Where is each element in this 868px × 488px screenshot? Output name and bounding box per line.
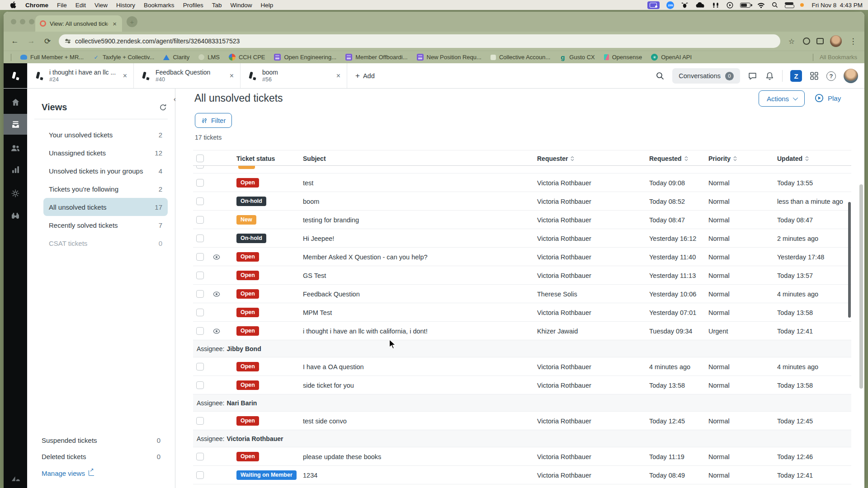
airpods-icon[interactable]: [712, 2, 720, 8]
bookmark-item[interactable]: Open Engineering...: [274, 54, 336, 61]
bookmark-item[interactable]: New Position Requ...: [417, 54, 481, 61]
menu-item-bookmarks[interactable]: Bookmarks: [144, 2, 175, 9]
admin-gear-icon[interactable]: [4, 189, 27, 198]
row-checkbox[interactable]: [196, 290, 204, 298]
apple-logo-icon[interactable]: [10, 1, 16, 9]
actions-button[interactable]: Actions: [759, 90, 805, 107]
bookmark-item[interactable]: ✓Taxfyle + Collectiv...: [93, 54, 154, 61]
menu-item-window[interactable]: Window: [230, 2, 252, 9]
ticket-row[interactable]: OpenMPM TestVictoria RothbauerYesterday …: [193, 303, 851, 322]
add-ticket-tab-button[interactable]: + Add: [347, 63, 383, 88]
row-checkbox[interactable]: [196, 363, 204, 371]
conversations-button[interactable]: Conversations 0: [672, 68, 740, 84]
ticket-row[interactable]: OpentestVictoria RothbauerToday 09:08Nor…: [193, 174, 851, 192]
wifi-icon[interactable]: [757, 2, 765, 8]
address-bar[interactable]: collective5900.zendesk.com/agent/filters…: [59, 34, 780, 48]
all-bookmarks-label[interactable]: All Bookmarks: [820, 54, 857, 61]
close-window-icon[interactable]: [11, 19, 16, 24]
spotlight-search-icon[interactable]: [772, 2, 778, 8]
manage-views-link[interactable]: Manage views: [34, 465, 168, 482]
sidebar-view-item[interactable]: Unassigned tickets12: [43, 144, 168, 162]
page-scrollbar[interactable]: [859, 184, 863, 389]
back-button[interactable]: ←: [10, 37, 20, 46]
new-tab-button[interactable]: +: [127, 16, 137, 27]
ticket-tab[interactable]: i thought i have an llc ...#24×: [27, 63, 134, 88]
row-checkbox[interactable]: [196, 253, 204, 261]
ticket-row[interactable]: Waiting on Member1234Victoria RothbauerT…: [193, 466, 851, 484]
recording-dot[interactable]: [800, 3, 804, 7]
menu-item-edit[interactable]: Edit: [75, 2, 86, 9]
play-button[interactable]: Play: [815, 94, 841, 103]
sidebar-view-item[interactable]: All unsolved tickets17: [43, 198, 168, 216]
search-views-icon[interactable]: [4, 211, 27, 221]
bookmark-item[interactable]: Member Offboardi...: [345, 54, 407, 61]
row-checkbox[interactable]: [196, 327, 204, 335]
row-checkbox[interactable]: [196, 471, 204, 479]
bookmark-item[interactable]: OpenAI API: [651, 54, 692, 61]
tab-close-icon[interactable]: ×: [112, 20, 118, 28]
bookmark-item[interactable]: LMS: [198, 54, 220, 61]
home-icon[interactable]: [4, 98, 27, 107]
browser-profile-avatar[interactable]: [830, 35, 842, 47]
ticket-row[interactable]: OpenFeedback QuestionTherese SolisYester…: [193, 285, 851, 303]
select-all-checkbox[interactable]: [196, 155, 204, 162]
ticket-row[interactable]: On-holdboomVictoria RothbauerToday 08:52…: [193, 192, 851, 211]
refresh-views-icon[interactable]: [159, 103, 167, 111]
menu-item-history[interactable]: History: [116, 2, 135, 9]
ticket-row[interactable]: OpenGS TestVictoria RothbauerYesterday 1…: [193, 266, 851, 285]
column-requester[interactable]: Requester: [537, 150, 574, 166]
browser-menu-icon[interactable]: ⋮: [848, 37, 858, 46]
ticket-row[interactable]: On-holdHi Jeepee!Victoria RothbauerYeste…: [193, 229, 851, 248]
side-panel-icon[interactable]: [816, 38, 824, 44]
sidebar-view-item[interactable]: Recently solved tickets7: [43, 216, 168, 234]
bookmark-item[interactable]: CCH CPE: [229, 54, 265, 61]
all-bookmarks[interactable]: All Bookmarks: [813, 54, 857, 61]
sidebar-view-item[interactable]: CSAT tickets0: [43, 234, 168, 252]
bee-icon[interactable]: [681, 2, 689, 8]
help-icon[interactable]: ?: [826, 71, 836, 81]
reporting-icon[interactable]: [4, 165, 27, 174]
sidebar-view-item[interactable]: Your unsolved tickets2: [43, 126, 168, 144]
apps-grid-icon[interactable]: [810, 71, 819, 80]
column-priority[interactable]: Priority: [708, 150, 737, 166]
menu-item-help[interactable]: Help: [260, 2, 273, 9]
user-avatar[interactable]: [844, 69, 858, 83]
row-checkbox[interactable]: [196, 216, 204, 224]
zendesk-products-icon[interactable]: Z: [790, 70, 802, 82]
row-checkbox[interactable]: [196, 179, 204, 187]
ticket-row[interactable]: Newtesting for brandingVictoria Rothbaue…: [193, 211, 851, 229]
window-controls[interactable]: [11, 19, 34, 24]
ticket-tab-close-icon[interactable]: ×: [336, 72, 340, 80]
forward-button[interactable]: →: [26, 37, 36, 46]
extension-icon[interactable]: [803, 38, 810, 45]
notifications-bell-icon[interactable]: [765, 71, 774, 81]
bookmark-item[interactable]: Opensense: [604, 54, 642, 61]
bookmark-item[interactable]: Clarity: [163, 54, 189, 61]
play-circle-icon[interactable]: [726, 2, 733, 9]
row-checkbox[interactable]: [196, 272, 204, 279]
row-checkbox[interactable]: [196, 381, 204, 389]
views-icon-selected[interactable]: [4, 114, 27, 135]
browser-tab[interactable]: View: All unsolved tickets – C ×: [35, 15, 122, 32]
ticket-row[interactable]: Openplease update these booksVictoria Ro…: [193, 447, 851, 466]
filter-button[interactable]: Filter: [195, 113, 232, 128]
bookmark-star-icon[interactable]: ☆: [787, 37, 797, 46]
ticket-row[interactable]: OpenMember Asked X Question - can you he…: [193, 248, 851, 266]
column-requested[interactable]: Requested: [649, 150, 688, 166]
sidebar-view-item[interactable]: Unsolved tickets in your groups4: [43, 162, 168, 180]
zoom-window-icon[interactable]: [29, 19, 34, 24]
battery-icon[interactable]: [740, 3, 750, 8]
ticket-tab[interactable]: boom#56×: [241, 63, 347, 88]
minimize-window-icon[interactable]: [20, 19, 25, 24]
sidebar-footer-item[interactable]: Suspended tickets0: [34, 432, 168, 448]
site-settings-icon[interactable]: [65, 40, 71, 42]
bookmark-item[interactable]: gGusto CX: [559, 54, 594, 61]
bookmark-item[interactable]: Full Member + MR...: [20, 54, 84, 61]
row-checkbox[interactable]: [196, 453, 204, 460]
chat-icon[interactable]: [748, 71, 757, 81]
zendesk-product-logo[interactable]: [4, 63, 27, 88]
ticket-row[interactable]: Openside ticket for youVictoria Rothbaue…: [193, 376, 851, 394]
bookmark-item[interactable]: Collective Accoun...: [491, 54, 550, 61]
ticket-row[interactable]: Opentest side convoVictoria RothbauerTod…: [193, 412, 851, 430]
ticket-tab-close-icon[interactable]: ×: [123, 72, 127, 80]
